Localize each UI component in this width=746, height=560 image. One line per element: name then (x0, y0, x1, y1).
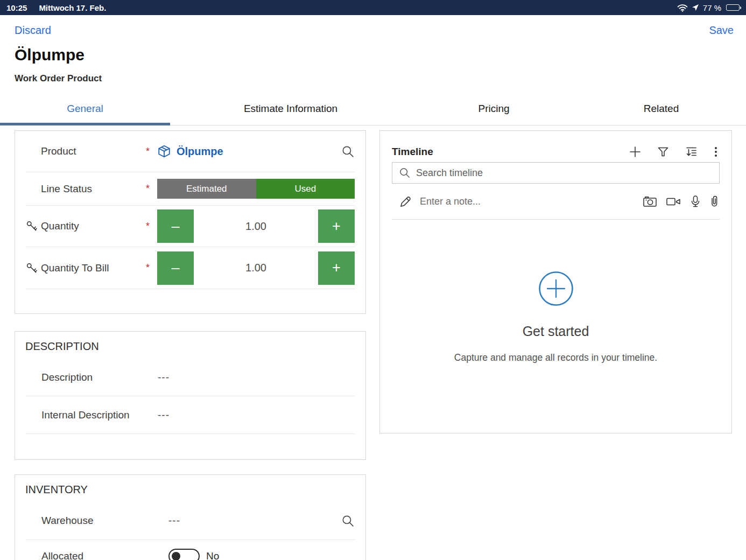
save-button[interactable]: Save (709, 24, 734, 37)
description-section-title: DESCRIPTION (15, 332, 365, 359)
filter-icon[interactable] (656, 145, 670, 159)
video-icon[interactable] (666, 195, 681, 207)
timeline-header: Timeline (380, 131, 731, 162)
tab-pricing[interactable]: Pricing (411, 93, 576, 125)
key-icon (26, 262, 41, 274)
warehouse-value[interactable]: --- (168, 515, 180, 527)
warehouse-search-button[interactable] (341, 514, 355, 528)
search-icon (399, 167, 411, 179)
note-input[interactable] (420, 196, 635, 207)
product-value: Ölpumpe (177, 145, 223, 158)
line-status-option-used[interactable]: Used (256, 179, 355, 199)
location-arrow-icon (692, 4, 699, 11)
add-icon[interactable] (628, 145, 642, 159)
internal-description-label: Internal Description (41, 409, 158, 421)
status-bar-right: 77 % (677, 3, 740, 12)
status-date: Mittwoch 17. Feb. (39, 3, 106, 12)
tab-general[interactable]: General (0, 93, 170, 125)
more-vertical-icon[interactable] (713, 145, 719, 159)
work-order-product-screen: 10:25 Mittwoch 17. Feb. 77 % Discard Sav (0, 0, 746, 560)
tab-estimate-information[interactable]: Estimate Information (170, 93, 411, 125)
quantity-value[interactable]: 1.00 (194, 220, 318, 233)
product-field-row: Product * Ölpumpe (26, 131, 355, 172)
required-asterisk: * (146, 146, 157, 157)
general-form-card: Product * Ölpumpe (15, 130, 366, 314)
microphone-icon[interactable] (689, 195, 701, 208)
status-bar: 10:25 Mittwoch 17. Feb. 77 % (0, 0, 746, 15)
camera-icon[interactable] (643, 195, 657, 208)
allocated-toggle[interactable] (168, 549, 200, 560)
timeline-search-box (392, 162, 720, 184)
internal-description-value: --- (158, 409, 170, 421)
description-value: --- (158, 372, 170, 383)
discard-button[interactable]: Discard (15, 24, 51, 37)
battery-icon (726, 4, 740, 11)
quantity-to-bill-value[interactable]: 1.00 (194, 262, 318, 274)
page-title: Ölpumpe (15, 46, 85, 64)
note-entry-row (392, 184, 720, 220)
description-field-row[interactable]: Description --- (26, 359, 355, 396)
box-icon (157, 144, 171, 158)
quantity-label: Quantity (41, 220, 146, 232)
line-status-field-row: Line Status * Estimated Used (26, 172, 355, 206)
allocated-label: Allocated (41, 550, 142, 560)
quantity-field-row: Quantity * – 1.00 + (26, 206, 355, 247)
inventory-section-title: INVENTORY (15, 475, 365, 502)
status-bar-left: 10:25 Mittwoch 17. Feb. (6, 3, 106, 12)
quantity-stepper: – 1.00 + (157, 209, 355, 243)
tab-related[interactable]: Related (576, 93, 746, 125)
timeline-panel: Timeline (379, 130, 732, 433)
quantity-to-bill-decrement-button[interactable]: – (157, 251, 194, 285)
status-time: 10:25 (6, 3, 27, 12)
tab-bar: General Estimate Information Pricing Rel… (0, 93, 746, 125)
timeline-search-input[interactable] (416, 167, 713, 179)
quantity-increment-button[interactable]: + (318, 209, 355, 243)
key-icon (26, 220, 41, 232)
timeline-empty-title: Get started (380, 324, 731, 339)
quantity-to-bill-stepper: – 1.00 + (157, 251, 355, 285)
pencil-icon (398, 194, 412, 208)
allocated-field-row: Allocated No (26, 540, 355, 560)
line-status-label: Line Status (41, 183, 146, 195)
timeline-empty-caption: Capture and manage all records in your t… (380, 352, 731, 363)
quantity-to-bill-field-row: Quantity To Bill * – 1.00 + (26, 247, 355, 289)
quantity-to-bill-increment-button[interactable]: + (318, 251, 355, 285)
record-type-label: Work Order Product (15, 73, 102, 84)
wifi-icon (677, 4, 688, 12)
quantity-to-bill-label: Quantity To Bill (41, 262, 146, 274)
line-status-segmented-control: Estimated Used (157, 179, 355, 199)
required-asterisk: * (146, 183, 157, 194)
toggle-knob (172, 552, 180, 560)
description-section-card: DESCRIPTION Description --- Internal Des… (15, 331, 366, 460)
description-label: Description (41, 372, 158, 383)
allocated-value: No (206, 550, 219, 560)
internal-description-field-row[interactable]: Internal Description --- (26, 396, 355, 434)
sort-icon[interactable] (684, 145, 699, 159)
warehouse-field-row: Warehouse --- (26, 502, 355, 540)
quantity-decrement-button[interactable]: – (157, 209, 194, 243)
add-circle-icon[interactable] (538, 271, 574, 306)
timeline-title: Timeline (392, 146, 433, 158)
product-label: Product (41, 145, 146, 157)
paperclip-icon[interactable] (710, 194, 719, 208)
product-search-button[interactable] (341, 145, 355, 158)
inventory-section-card: INVENTORY Warehouse --- Allocated No (15, 474, 366, 560)
product-lookup-value[interactable]: Ölpumpe (157, 144, 223, 158)
timeline-empty-state: Get started Capture and manage all recor… (380, 271, 731, 363)
required-asterisk: * (146, 262, 157, 274)
required-asterisk: * (146, 221, 157, 232)
battery-percent: 77 % (703, 3, 721, 12)
line-status-option-estimated[interactable]: Estimated (157, 179, 256, 199)
warehouse-label: Warehouse (41, 515, 142, 527)
